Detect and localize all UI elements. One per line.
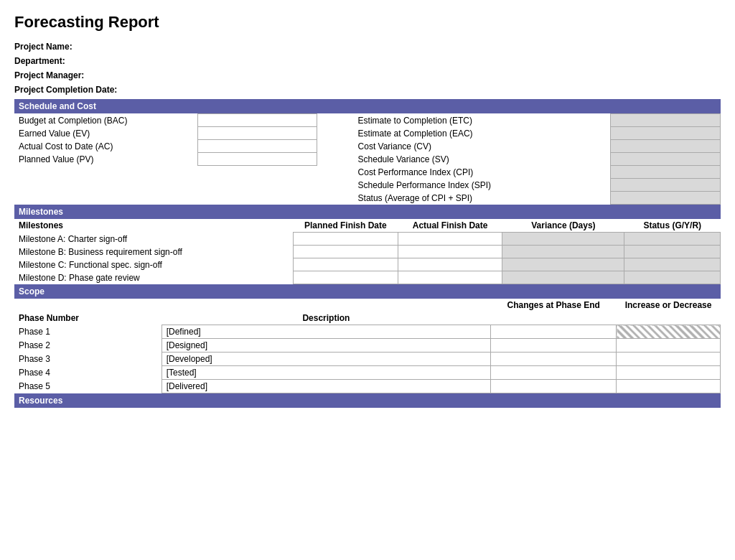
page-title: Forecasting Report	[14, 13, 721, 32]
table-row: Budget at Completion (BAC) Estimate to C…	[14, 114, 721, 127]
phase-3-description[interactable]: [Developed]	[161, 353, 491, 366]
phase-5-description[interactable]: [Delivered]	[161, 380, 491, 393]
scope-row-1: Phase 1 [Defined]	[14, 325, 721, 339]
phase-number-col-header: Phase Number	[14, 312, 161, 325]
phase-1-label: Phase 1	[14, 325, 161, 339]
status-label: Status (Average of CPI + SPI)	[354, 192, 611, 205]
department-label: Department:	[14, 56, 65, 66]
milestone-b-planned[interactable]	[294, 246, 398, 258]
etc-input[interactable]	[610, 114, 720, 127]
phase-5-increase-decrease[interactable]	[617, 380, 721, 393]
table-row: Earned Value (EV) Estimate at Completion…	[14, 127, 721, 140]
milestone-row-d: Milestone D: Phase gate review	[14, 271, 721, 284]
milestones-col-label: Milestones	[14, 219, 294, 233]
milestone-a-actual[interactable]	[398, 233, 502, 246]
phase-2-increase-decrease[interactable]	[617, 339, 721, 353]
ev-label: Earned Value (EV)	[14, 127, 197, 140]
milestones-table: Milestones Planned Finish Date Actual Fi…	[14, 219, 721, 284]
scope-header: Scope	[14, 284, 721, 299]
phase-3-label: Phase 3	[14, 353, 161, 366]
phase-5-label: Phase 5	[14, 380, 161, 393]
milestone-c-actual[interactable]	[398, 258, 502, 271]
milestone-c-status[interactable]	[624, 258, 721, 271]
table-row: Cost Performance Index (CPI)	[14, 166, 721, 179]
milestone-c-variance[interactable]	[502, 258, 624, 271]
project-manager-row: Project Manager:	[14, 70, 721, 80]
milestone-a-planned[interactable]	[294, 233, 398, 246]
table-row: Schedule Performance Index (SPI)	[14, 179, 721, 192]
ac-label: Actual Cost to Date (AC)	[14, 140, 197, 153]
table-row: Status (Average of CPI + SPI)	[14, 192, 721, 205]
ev-input[interactable]	[197, 127, 317, 140]
milestone-d-actual[interactable]	[398, 271, 502, 284]
actual-finish-col-header: Actual Finish Date	[398, 219, 502, 233]
milestone-b-actual[interactable]	[398, 246, 502, 258]
increase-decrease-header: Increase or Decrease	[617, 299, 721, 312]
resources-header: Resources	[14, 393, 721, 408]
milestone-c-planned[interactable]	[294, 258, 398, 271]
changes-at-phase-end-header: Changes at Phase End	[491, 299, 617, 312]
phase-3-changes[interactable]	[491, 353, 617, 366]
milestone-d-label: Milestone D: Phase gate review	[14, 271, 294, 284]
milestones-header: Milestones	[14, 205, 721, 219]
milestone-row-c: Milestone C: Functional spec. sign-off	[14, 258, 721, 271]
milestone-d-variance[interactable]	[502, 271, 624, 284]
project-name-label: Project Name:	[14, 42, 72, 52]
phase-1-increase-decrease	[617, 325, 721, 339]
milestone-d-planned[interactable]	[294, 271, 398, 284]
phase-4-increase-decrease[interactable]	[617, 366, 721, 380]
ac-input[interactable]	[197, 140, 317, 153]
scope-row-2: Phase 2 [Designed]	[14, 339, 721, 353]
planned-finish-col-header: Planned Finish Date	[294, 219, 398, 233]
milestones-col-header-row: Milestones Planned Finish Date Actual Fi…	[14, 219, 721, 233]
scope-row-4: Phase 4 [Tested]	[14, 366, 721, 380]
cv-label: Cost Variance (CV)	[354, 140, 611, 153]
completion-date-label: Project Completion Date:	[14, 85, 117, 95]
sv-input[interactable]	[610, 153, 720, 166]
milestone-c-label: Milestone C: Functional spec. sign-off	[14, 258, 294, 271]
pv-input[interactable]	[197, 153, 317, 166]
etc-label: Estimate to Completion (ETC)	[354, 114, 611, 127]
eac-label: Estimate at Completion (EAC)	[354, 127, 611, 140]
status-col-header: Status (G/Y/R)	[624, 219, 721, 233]
phase-2-description[interactable]: [Designed]	[161, 339, 491, 353]
project-manager-label: Project Manager:	[14, 70, 84, 80]
phase-5-changes[interactable]	[491, 380, 617, 393]
spi-label: Schedule Performance Index (SPI)	[354, 179, 611, 192]
phase-2-changes[interactable]	[491, 339, 617, 353]
phase-1-description[interactable]: [Defined]	[161, 325, 491, 339]
milestone-b-status[interactable]	[624, 246, 721, 258]
scope-col-header-row: Phase Number Description	[14, 312, 721, 325]
pv-label: Planned Value (PV)	[14, 153, 197, 166]
phase-4-description[interactable]: [Tested]	[161, 366, 491, 380]
bac-input[interactable]	[197, 114, 317, 127]
phase-2-label: Phase 2	[14, 339, 161, 353]
milestone-a-label: Milestone A: Charter sign-off	[14, 233, 294, 246]
milestone-a-status[interactable]	[624, 233, 721, 246]
scope-row-5: Phase 5 [Delivered]	[14, 380, 721, 393]
milestone-a-variance[interactable]	[502, 233, 624, 246]
phase-1-changes[interactable]	[491, 325, 617, 339]
schedule-cost-header: Schedule and Cost	[14, 99, 721, 113]
phase-3-increase-decrease[interactable]	[617, 353, 721, 366]
scope-table: Changes at Phase End Increase or Decreas…	[14, 299, 721, 393]
eac-input[interactable]	[610, 127, 720, 140]
status-input[interactable]	[610, 192, 720, 205]
milestone-row-a: Milestone A: Charter sign-off	[14, 233, 721, 246]
table-row: Planned Value (PV) Schedule Variance (SV…	[14, 153, 721, 166]
scope-row-3: Phase 3 [Developed]	[14, 353, 721, 366]
sv-label: Schedule Variance (SV)	[354, 153, 611, 166]
milestone-b-variance[interactable]	[502, 246, 624, 258]
cv-input[interactable]	[610, 140, 720, 153]
project-name-row: Project Name:	[14, 42, 721, 52]
phase-4-changes[interactable]	[491, 366, 617, 380]
variance-col-header: Variance (Days)	[502, 219, 624, 233]
description-col-header: Description	[161, 312, 491, 325]
spi-input[interactable]	[610, 179, 720, 192]
milestone-row-b: Milestone B: Business requirement sign-o…	[14, 246, 721, 258]
cpi-input[interactable]	[610, 166, 720, 179]
cpi-label: Cost Performance Index (CPI)	[354, 166, 611, 179]
phase-4-label: Phase 4	[14, 366, 161, 380]
scope-subheader-row: Changes at Phase End Increase or Decreas…	[14, 299, 721, 312]
milestone-d-status[interactable]	[624, 271, 721, 284]
